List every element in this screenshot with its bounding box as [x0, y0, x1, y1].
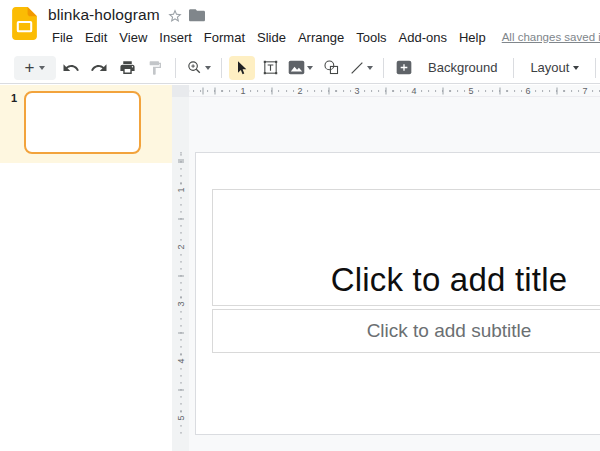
zoom-icon: [186, 59, 203, 76]
hruler-label: 4: [408, 86, 419, 95]
hruler-label: 1: [237, 86, 248, 95]
redo-icon: [90, 59, 108, 77]
background-button[interactable]: Background: [418, 56, 507, 80]
chevron-down-icon: [39, 66, 45, 70]
paint-format-button[interactable]: [142, 56, 168, 80]
filmstrip-slide-1[interactable]: 1: [0, 85, 172, 163]
subtitle-placeholder-text: Click to add subtitle: [213, 310, 600, 352]
cursor-icon: [234, 60, 250, 76]
shape-icon: [323, 59, 340, 76]
chevron-down-icon: [573, 66, 579, 70]
print-icon: [119, 59, 136, 76]
star-icon[interactable]: [167, 8, 183, 24]
vertical-ruler: 1 2 3 4 5: [172, 97, 189, 451]
hruler-label: 3: [351, 86, 362, 95]
toolbar-separator: [383, 58, 384, 78]
subtitle-placeholder[interactable]: Click to add subtitle: [212, 309, 600, 353]
toolbar-separator: [595, 58, 596, 78]
menu-format[interactable]: Format: [198, 30, 251, 45]
hruler-label: 7: [579, 86, 590, 95]
title-placeholder[interactable]: Click to add title: [212, 189, 600, 306]
paint-format-icon: [147, 60, 163, 76]
menu-edit[interactable]: Edit: [79, 30, 113, 45]
insert-image-button[interactable]: [285, 56, 316, 80]
vruler-label: 1: [175, 185, 186, 194]
undo-button[interactable]: [58, 56, 84, 80]
hruler-label: 2: [294, 86, 305, 95]
slide-filmstrip: 1: [0, 85, 172, 451]
layout-label: Layout: [530, 60, 569, 75]
vruler-label: 3: [175, 299, 186, 308]
menu-tools[interactable]: Tools: [350, 30, 392, 45]
comment-icon: [396, 60, 412, 75]
horizontal-ruler: 1 2 3 4 5 6 7: [189, 85, 600, 97]
slide-page: Click to add title Click to add subtitle: [195, 152, 600, 435]
undo-icon: [62, 59, 80, 77]
menu-insert[interactable]: Insert: [153, 30, 198, 45]
save-status-link[interactable]: All changes saved in Drive: [502, 31, 600, 43]
slide-number: 1: [11, 92, 17, 104]
image-icon: [288, 60, 305, 75]
app-header: blinka-hologram File Edit View Insert Fo…: [0, 0, 600, 52]
redo-button[interactable]: [86, 56, 112, 80]
text-box-icon: [262, 59, 279, 76]
insert-line-button[interactable]: [346, 56, 376, 80]
insert-shape-button[interactable]: [318, 56, 344, 80]
layout-button[interactable]: Layout: [520, 56, 589, 80]
vruler-label: 2: [175, 242, 186, 251]
vruler-label: 4: [175, 356, 186, 365]
toolbar-separator: [175, 58, 176, 78]
menu-arrange[interactable]: Arrange: [292, 30, 350, 45]
menu-help[interactable]: Help: [453, 30, 492, 45]
select-tool-button[interactable]: [229, 56, 255, 80]
slides-logo-icon[interactable]: [12, 7, 37, 40]
slide-1-thumbnail[interactable]: [24, 91, 141, 154]
hruler-label: 6: [522, 86, 533, 95]
insert-comment-button[interactable]: [391, 56, 417, 80]
document-title[interactable]: blinka-hologram: [48, 6, 160, 24]
chevron-down-icon: [367, 66, 373, 70]
zoom-button[interactable]: [183, 56, 214, 80]
menu-slide[interactable]: Slide: [251, 30, 292, 45]
background-label: Background: [428, 60, 497, 75]
toolbar-separator: [221, 58, 222, 78]
ruler-corner: [172, 85, 189, 97]
slide-canvas: Click to add title Click to add subtitle: [189, 97, 600, 451]
menu-bar: File Edit View Insert Format Slide Arran…: [46, 28, 600, 46]
chevron-down-icon: [205, 66, 211, 70]
print-button[interactable]: [114, 56, 140, 80]
new-slide-button[interactable]: +: [14, 56, 56, 80]
toolbar: +: [0, 52, 600, 84]
chevron-down-icon: [307, 66, 313, 70]
hruler-label: 5: [465, 86, 476, 95]
move-folder-icon[interactable]: [189, 9, 205, 23]
toolbar-separator: [513, 58, 514, 78]
plus-icon: +: [25, 59, 35, 76]
menu-file[interactable]: File: [46, 30, 79, 45]
vruler-label: 5: [175, 413, 186, 422]
menu-view[interactable]: View: [113, 30, 153, 45]
text-box-button[interactable]: [257, 56, 283, 80]
title-placeholder-text: Click to add title: [213, 261, 600, 299]
menu-addons[interactable]: Add-ons: [393, 30, 453, 45]
line-icon: [349, 60, 365, 76]
